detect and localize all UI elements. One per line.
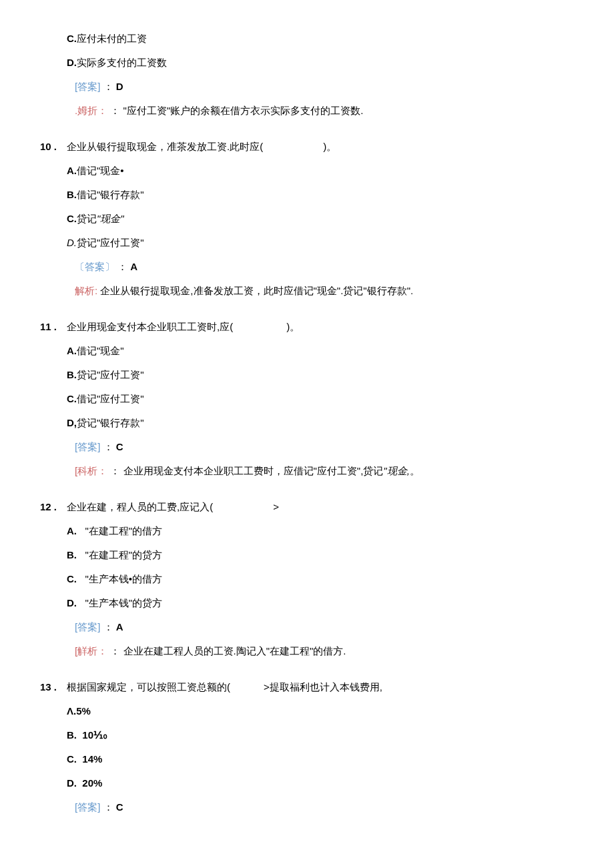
answer-line: 〔答案〕 ： A [67,255,574,279]
option-text: 20% [82,777,102,789]
answer-line: [答案] ： D [67,75,574,99]
option-letter: A. [67,345,77,356]
option-c: C.借记"应付工资" [67,387,574,411]
option-c: C.贷记"现金" [67,207,574,231]
answer-value: D [116,81,123,92]
analysis-sep: ： [110,645,120,657]
analysis-line: [觧析： ： 企业在建工程人员的工资.陶记入"在建工程"的借方. [67,639,574,663]
answer-value: A [116,621,123,632]
option-b: B.借记"银行存款" [67,183,574,207]
option-text: 借记"现金• [77,165,124,176]
option-letter: C. [67,213,77,224]
analysis-line: .姆折： ： "应付工资"账户的余额在借方衣示实际多支付的工资数. [67,99,574,123]
option-text-pre: 贷记 [77,213,97,224]
option-letter: C. [67,573,77,584]
question-number: 13 . [40,675,67,819]
option-c: C.应付未付的工资 [67,27,574,51]
analysis-text: 企业在建工程人员的工资.陶记入"在建工程"的借方. [123,645,346,657]
option-text: 实际多支付的工资数 [77,57,167,68]
question-number: 11 . [40,315,67,483]
option-text-italic: "现金" [97,213,124,224]
analysis-label: [科析： [75,465,107,476]
option-d: D. "生产本钱"的贷方 [67,591,574,615]
option-c: C. "生产本钱•的借方 [67,567,574,591]
answer-value: A [130,261,137,272]
option-b: B. 10⅒ [67,723,574,747]
analysis-sep: ： [110,465,120,476]
answer-label: [答案] [75,81,100,92]
option-letter: C. [67,33,77,44]
option-d: D.贷记"应付工资" [67,231,574,255]
option-c: C. 14% [67,747,574,771]
answer-label: [答案] [75,801,100,813]
analysis-sep: ： [110,105,120,116]
option-a: A.借记"现金• [67,159,574,183]
option-letter: B. [67,189,77,200]
option-letter: D. [67,777,77,789]
question-stem: 企业从银行提取现金，准茶发放工资.此时应()。 [67,135,574,159]
question-12: 12 . 企业在建，程人员的工费,应记入(> A. "在建工程"的借方 B. "… [40,495,574,663]
analysis-line: [科析： ： 企业用现金支付本企业职工工费时，应借记"应付工资",贷记"现金,。 [67,459,574,483]
option-d: D. 20% [67,771,574,795]
option-b: B. "在建工程"的贷方 [67,543,574,567]
answer-label: 〔答案〕 [75,261,115,272]
analysis-text: 企业从银行提取现金,准备发放工资，此时应借记"现金".贷记"银行存款". [100,285,413,296]
question-11: 11 . 企业用现金支付本企业职工工资时,应()。 A.借记"现金" B.贷记"… [40,315,574,483]
option-letter: D. [67,237,77,248]
question-stem: 企业用现金支付本企业职工工资时,应()。 [67,315,574,339]
answer-line: [答案] ： C [67,435,574,459]
question-stem: 根据国家规定，可以按照工资总额的(>提取福利也计入本钱费用, [67,675,574,699]
option-letter: B. [67,549,77,560]
answer-label: [答案] [75,621,100,632]
option-text: 应付未付的工资 [77,33,147,44]
option-b: B.贷记"应付工资" [67,363,574,387]
option-a: A. "在建工程"的借方 [67,519,574,543]
question-13: 13 . 根据国家规定，可以按照工资总额的(>提取福利也计入本钱费用, Λ.5%… [40,675,574,819]
option-text: 贷记"应付工资" [77,237,144,248]
option-d: D.实际多支付的工资数 [67,51,574,75]
option-letter: B. [67,729,77,741]
option-letter: A. [67,165,77,176]
option-text: 借记"现金" [77,345,124,356]
analysis-line: 解析: 企业从银行提取现金,准备发放工资，此时应借记"现金".贷记"银行存款". [67,279,574,303]
question-10: 10 . 企业从银行提取现金，准茶发放工资.此时应()。 A.借记"现金• B.… [40,135,574,303]
answer-sep: ： [103,441,113,452]
option-text: 借记"应付工资" [77,393,144,404]
option-text: "生产本钱•的借方 [85,573,163,584]
option-text: "在建工程"的贷方 [85,549,163,560]
option-letter: D, [67,417,77,428]
question-number: 10 . [40,135,67,303]
option-text: 贷记"应付工资" [77,369,144,380]
analysis-text-italic: "现金, [383,465,410,476]
option-d: D,贷记"银行存款" [67,411,574,435]
answer-label: [答案] [75,441,100,452]
option-text: "生产本钱"的贷方 [85,597,163,608]
option-letter: D. [67,597,77,608]
option-text: 10⅒ [82,729,107,741]
analysis-text-post: 。 [410,465,420,476]
question-stem: 企业在建，程人员的工费,应记入(> [67,495,574,519]
option-text: "在建工程"的借方 [85,525,163,536]
option-letter: B. [67,369,77,380]
option-a: Λ.5% [67,699,574,723]
analysis-text: "应付工资"账户的余额在借方衣示实际多支付的工资数. [123,105,364,116]
option-text: 借记"银行存款" [77,189,144,200]
option-letter: D. [67,57,77,68]
prev-question-fragment: C.应付未付的工资 D.实际多支付的工资数 [答案] ： D .姆折： ： "应… [40,27,574,123]
answer-sep: ： [103,621,113,632]
option-letter: Λ. [67,705,76,717]
option-a: A.借记"现金" [67,339,574,363]
analysis-label: .姆折： [75,105,107,116]
analysis-label: [觧析： [75,645,107,657]
answer-line: [答案] ： A [67,615,574,639]
answer-sep: ： [103,81,113,92]
option-text: 14% [82,753,102,765]
option-letter: C. [67,753,77,765]
answer-value: C [116,801,123,813]
answer-line: [答案] ： C [67,795,574,819]
question-number: 12 . [40,495,67,663]
option-text: 5% [76,705,91,717]
option-text: 贷记"银行存款" [77,417,144,428]
option-letter: C. [67,393,77,404]
answer-sep: ： [117,261,127,272]
